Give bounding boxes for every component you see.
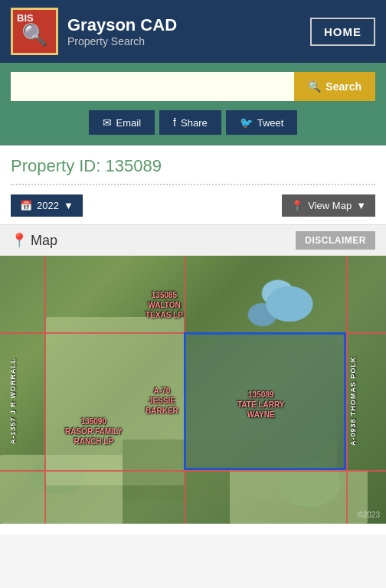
viewmap-label: View Map [308,200,352,211]
share-button[interactable]: f Share [159,110,221,135]
disclaimer-button[interactable]: DISCLAIMER [296,231,375,250]
property-selection-box [184,332,346,470]
share-label: Share [181,117,208,129]
map-title-label: Map [31,233,57,249]
app-title: Grayson CAD [67,15,177,35]
road-left-v [44,256,46,524]
property-section: Property ID: 135089 📅 2022 ▼ 📍 View Map … [0,145,386,224]
home-button[interactable]: HOME [310,18,375,46]
year-selector[interactable]: 📅 2022 ▼ [11,194,83,217]
email-button[interactable]: ✉ Email [89,110,155,135]
viewmap-dropdown-icon: ▼ [356,200,366,211]
map-watermark: ©2023 [357,511,380,519]
year-label: 2022 [37,200,59,211]
app-subtitle: Property Search [67,35,177,47]
viewmap-button[interactable]: 📍 View Map ▼ [282,194,375,217]
logo: BIS 🔍 [11,8,58,55]
search-bar: 🔍 Search [0,63,386,110]
map-container: 135085WALTONTEXAS LP 135089TATE LARRYWAY… [0,256,386,524]
logo-icon: 🔍 [21,22,48,47]
toolbar-row: 📅 2022 ▼ 📍 View Map ▼ [11,194,375,224]
social-bar: ✉ Email f Share 🐦 Tweet [0,110,386,145]
logo-text: BIS [17,13,34,23]
header-left: BIS 🔍 Grayson CAD Property Search [11,8,177,55]
header-title-block: Grayson CAD Property Search [67,15,177,47]
road-bottom-h [0,470,386,472]
map-section: 📍 Map DISCLAIMER 135085WALTONTEXAS LP 13… [0,224,386,534]
pin-icon: 📍 [291,200,303,211]
tweet-label: Tweet [257,117,284,129]
year-dropdown-icon: ▼ [64,200,74,211]
map-title-block: 📍 Map [11,232,57,249]
search-icon: 🔍 [308,80,321,93]
email-icon: ✉ [103,116,112,129]
property-id: Property ID: 135089 [11,156,375,185]
email-label: Email [116,117,142,129]
map-header: 📍 Map DISCLAIMER [0,224,386,256]
calendar-icon: 📅 [20,200,32,211]
search-input[interactable] [11,72,294,101]
twitter-icon: 🐦 [240,116,253,129]
facebook-icon: f [173,116,176,129]
header: BIS 🔍 Grayson CAD Property Search HOME [0,0,386,63]
field-patch-3 [0,455,123,524]
search-button-label: Search [325,80,361,93]
tweet-button[interactable]: 🐦 Tweet [226,110,298,135]
search-button[interactable]: 🔍 Search [294,72,375,101]
map-pin-icon: 📍 [11,232,28,249]
road-right-v [346,256,348,524]
